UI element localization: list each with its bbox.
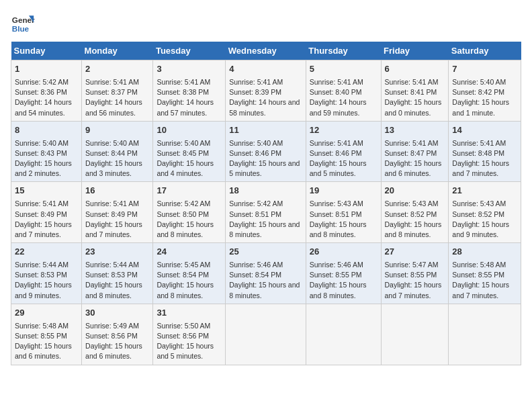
header-sunday: Sunday — [11, 42, 82, 60]
calendar-cell: 12Sunrise: 5:41 AMSunset: 8:46 PMDayligh… — [306, 121, 381, 182]
calendar-cell: 13Sunrise: 5:41 AMSunset: 8:47 PMDayligh… — [381, 121, 449, 182]
day-number: 5 — [310, 63, 378, 76]
calendar-cell: 7Sunrise: 5:40 AMSunset: 8:42 PMDaylight… — [449, 60, 521, 122]
calendar-body: 1Sunrise: 5:42 AMSunset: 8:36 PMDaylight… — [11, 60, 521, 365]
calendar-cell — [449, 304, 521, 365]
day-number: 11 — [229, 124, 302, 137]
day-number: 1 — [15, 63, 78, 76]
calendar-cell: 9Sunrise: 5:40 AMSunset: 8:44 PMDaylight… — [82, 121, 153, 182]
calendar-cell: 15Sunrise: 5:41 AMSunset: 8:49 PMDayligh… — [11, 182, 82, 243]
calendar-cell: 1Sunrise: 5:42 AMSunset: 8:36 PMDaylight… — [11, 60, 82, 122]
calendar-cell: 18Sunrise: 5:42 AMSunset: 8:51 PMDayligh… — [226, 182, 306, 243]
calendar-cell: 16Sunrise: 5:41 AMSunset: 8:49 PMDayligh… — [82, 182, 153, 243]
logo-icon: General Blue — [11, 11, 35, 35]
day-number: 21 — [452, 185, 517, 197]
logo: General Blue — [11, 11, 35, 35]
header-wednesday: Wednesday — [226, 42, 306, 60]
header-tuesday: Tuesday — [153, 42, 226, 60]
day-number: 19 — [310, 185, 378, 197]
day-number: 20 — [385, 185, 445, 197]
calendar-cell: 20Sunrise: 5:43 AMSunset: 8:52 PMDayligh… — [381, 182, 449, 243]
day-number: 9 — [85, 124, 149, 137]
calendar-week-row: 22Sunrise: 5:44 AMSunset: 8:53 PMDayligh… — [11, 243, 521, 304]
calendar-cell: 6Sunrise: 5:41 AMSunset: 8:41 PMDaylight… — [381, 60, 449, 122]
calendar-cell: 24Sunrise: 5:45 AMSunset: 8:54 PMDayligh… — [153, 243, 226, 304]
day-number: 30 — [85, 307, 149, 320]
calendar-cell: 21Sunrise: 5:43 AMSunset: 8:52 PMDayligh… — [449, 182, 521, 243]
day-number: 28 — [452, 246, 517, 259]
day-number: 6 — [385, 63, 445, 76]
day-number: 14 — [452, 124, 517, 137]
calendar-cell: 28Sunrise: 5:48 AMSunset: 8:55 PMDayligh… — [449, 243, 521, 304]
calendar-cell — [226, 304, 306, 365]
day-number: 17 — [157, 185, 222, 197]
day-number: 3 — [157, 63, 222, 76]
header-thursday: Thursday — [306, 42, 381, 60]
day-number: 24 — [157, 246, 222, 259]
calendar-header-row: SundayMondayTuesdayWednesdayThursdayFrid… — [11, 42, 521, 60]
svg-text:Blue: Blue — [12, 24, 30, 33]
calendar-cell — [306, 304, 381, 365]
calendar-cell: 17Sunrise: 5:42 AMSunset: 8:50 PMDayligh… — [153, 182, 226, 243]
calendar-cell: 5Sunrise: 5:41 AMSunset: 8:40 PMDaylight… — [306, 60, 381, 122]
page-header: General Blue — [11, 11, 521, 35]
day-number: 2 — [85, 63, 149, 76]
header-saturday: Saturday — [449, 42, 521, 60]
calendar-cell: 11Sunrise: 5:40 AMSunset: 8:46 PMDayligh… — [226, 121, 306, 182]
day-number: 27 — [385, 246, 445, 259]
day-number: 31 — [157, 307, 222, 320]
calendar-week-row: 8Sunrise: 5:40 AMSunset: 8:43 PMDaylight… — [11, 121, 521, 182]
calendar-cell: 8Sunrise: 5:40 AMSunset: 8:43 PMDaylight… — [11, 121, 82, 182]
calendar-table: SundayMondayTuesdayWednesdayThursdayFrid… — [11, 42, 521, 365]
calendar-cell: 10Sunrise: 5:40 AMSunset: 8:45 PMDayligh… — [153, 121, 226, 182]
day-number: 13 — [385, 124, 445, 137]
calendar-cell — [381, 304, 449, 365]
day-number: 12 — [310, 124, 378, 137]
day-number: 25 — [229, 246, 302, 259]
calendar-cell: 30Sunrise: 5:49 AMSunset: 8:56 PMDayligh… — [82, 304, 153, 365]
day-number: 16 — [85, 185, 149, 197]
calendar-cell: 31Sunrise: 5:50 AMSunset: 8:56 PMDayligh… — [153, 304, 226, 365]
calendar-cell: 14Sunrise: 5:41 AMSunset: 8:48 PMDayligh… — [449, 121, 521, 182]
day-number: 18 — [229, 185, 302, 197]
calendar-cell: 22Sunrise: 5:44 AMSunset: 8:53 PMDayligh… — [11, 243, 82, 304]
calendar-cell: 26Sunrise: 5:46 AMSunset: 8:55 PMDayligh… — [306, 243, 381, 304]
day-number: 4 — [229, 63, 302, 76]
day-number: 15 — [15, 185, 78, 197]
day-number: 23 — [85, 246, 149, 259]
calendar-cell: 27Sunrise: 5:47 AMSunset: 8:55 PMDayligh… — [381, 243, 449, 304]
calendar-week-row: 15Sunrise: 5:41 AMSunset: 8:49 PMDayligh… — [11, 182, 521, 243]
calendar-cell: 4Sunrise: 5:41 AMSunset: 8:39 PMDaylight… — [226, 60, 306, 122]
calendar-cell: 3Sunrise: 5:41 AMSunset: 8:38 PMDaylight… — [153, 60, 226, 122]
day-number: 8 — [15, 124, 78, 137]
day-number: 7 — [452, 63, 517, 76]
day-number: 22 — [15, 246, 78, 259]
calendar-week-row: 29Sunrise: 5:48 AMSunset: 8:55 PMDayligh… — [11, 304, 521, 365]
header-friday: Friday — [381, 42, 449, 60]
calendar-cell: 19Sunrise: 5:43 AMSunset: 8:51 PMDayligh… — [306, 182, 381, 243]
calendar-cell: 25Sunrise: 5:46 AMSunset: 8:54 PMDayligh… — [226, 243, 306, 304]
header-monday: Monday — [82, 42, 153, 60]
day-number: 29 — [15, 307, 78, 320]
day-number: 26 — [310, 246, 378, 259]
day-number: 10 — [157, 124, 222, 137]
calendar-cell: 2Sunrise: 5:41 AMSunset: 8:37 PMDaylight… — [82, 60, 153, 122]
calendar-cell: 23Sunrise: 5:44 AMSunset: 8:53 PMDayligh… — [82, 243, 153, 304]
calendar-cell: 29Sunrise: 5:48 AMSunset: 8:55 PMDayligh… — [11, 304, 82, 365]
calendar-week-row: 1Sunrise: 5:42 AMSunset: 8:36 PMDaylight… — [11, 60, 521, 122]
